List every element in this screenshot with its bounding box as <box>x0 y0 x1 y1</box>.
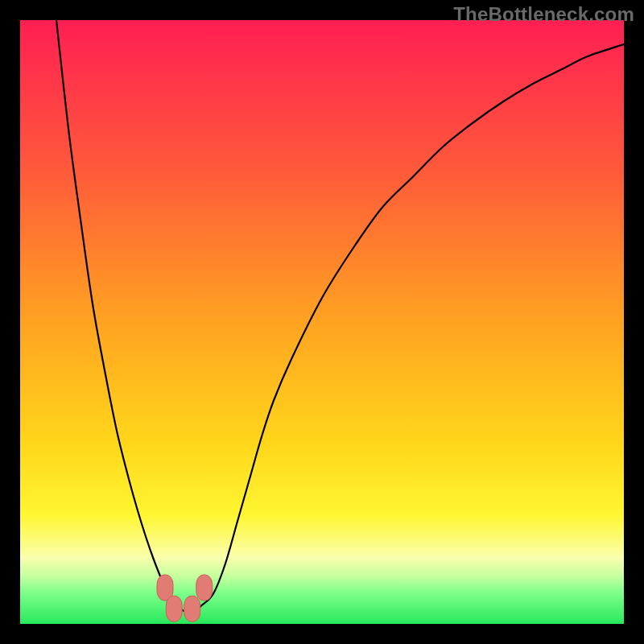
curve-marker <box>196 575 213 601</box>
watermark-label: TheBottleneck.com <box>453 3 634 26</box>
chart-background <box>20 20 624 624</box>
curve-marker <box>166 596 182 621</box>
bottleneck-chart <box>20 20 624 624</box>
chart-frame <box>20 20 624 624</box>
curve-marker <box>184 596 200 621</box>
